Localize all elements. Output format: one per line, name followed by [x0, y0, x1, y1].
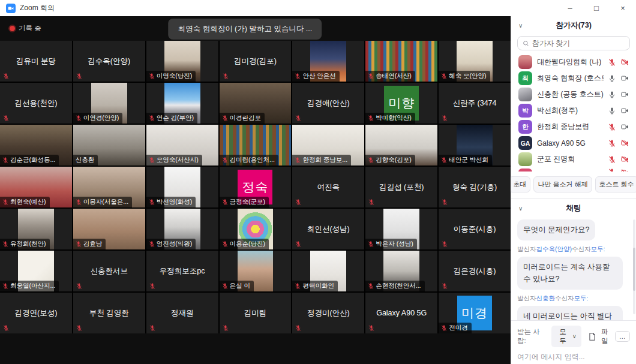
chat-collapse-chevron-icon[interactable]: ∨	[518, 205, 523, 212]
tile-label: 김순금(화성동...	[0, 155, 59, 166]
participant-row[interactable]: 한한정희 중남보령	[511, 119, 636, 135]
video-tile[interactable]: 은실 이	[220, 251, 292, 291]
video-tile[interactable]: 오영숙(서산시)	[146, 125, 218, 166]
participant-name: 연순 김(부안)	[157, 114, 194, 122]
video-tile[interactable]: 박은자 (성남)	[365, 209, 437, 249]
video-tile[interactable]: Galaxy A90 5G	[365, 293, 437, 333]
invite-button[interactable]: 초대	[509, 176, 530, 192]
participant-row[interactable]: 신충환 (공동 호스트)	[511, 86, 636, 103]
video-tile[interactable]: 혜숙 오(안양)	[439, 41, 511, 82]
participant-name: 군포 진명회	[537, 154, 604, 164]
minimize-button[interactable]: –	[557, 0, 583, 16]
participant-name: 전미경	[449, 324, 468, 332]
video-tile[interactable]: 부천 김영환	[73, 293, 145, 333]
video-tile[interactable]: 신란주 (3474	[439, 83, 511, 124]
video-tile[interactable]: 미향박미향(익산)	[365, 83, 437, 124]
video-tile[interactable]: 엄진성(의왕)	[146, 209, 218, 249]
tile-label: 태안군 박선희	[439, 155, 492, 166]
unmute-self-button[interactable]: 나만 음소거 해제	[533, 176, 592, 192]
video-tile[interactable]: 연순 김(부안)	[146, 83, 218, 124]
participant-row[interactable]	[511, 167, 636, 172]
video-tile[interactable]: 태안군 박선희	[439, 125, 511, 166]
participant-name: Galaxy A90 5G	[365, 293, 437, 333]
video-tile[interactable]: 이연경(안양)	[73, 83, 145, 124]
video-tile[interactable]: 김미림(용인처...	[220, 125, 292, 166]
tile-label: 혜숙 오(안양)	[439, 71, 490, 82]
zoom-app-icon	[6, 4, 16, 13]
chat-message-input[interactable]	[517, 353, 630, 361]
participant-name: 김미경(김포)	[220, 41, 292, 82]
video-tile[interactable]: 이몽자(서울은...	[73, 167, 145, 207]
video-tile[interactable]: 이용순(당진)	[220, 209, 292, 249]
participant-name: 손현정(천안서...	[376, 282, 421, 290]
participant-name: Galaxy A90 5G	[537, 139, 604, 148]
participant-row[interactable]: GAGalaxy A90 5G	[511, 135, 636, 151]
video-tile[interactable]: 평택이화인	[292, 251, 364, 291]
video-tile[interactable]: 유정희(천안)	[0, 209, 72, 249]
video-tile[interactable]: 우정희보조pc	[146, 251, 218, 291]
video-tile[interactable]: 김유미 분당	[0, 41, 72, 82]
video-tile[interactable]: 형숙 김(기흥)	[439, 167, 511, 207]
video-tile[interactable]: 김향숙(김포)	[365, 125, 437, 166]
avatar	[518, 88, 532, 101]
video-tile[interactable]: 한정희 중남보...	[292, 125, 364, 166]
reclaim-host-button[interactable]: 호스트 회수	[595, 176, 636, 192]
video-tile[interactable]: 정숙금정숙(군포)	[220, 167, 292, 207]
muted-mic-icon	[222, 115, 228, 121]
muted-mic-icon	[295, 115, 301, 121]
video-tile[interactable]: 박선영(화성)	[146, 167, 218, 207]
window-title: Zoom 회의	[20, 3, 55, 13]
video-tile[interactable]: 정재원	[146, 293, 218, 333]
video-tile[interactable]: 미경전미경	[439, 293, 511, 333]
chat-more-button[interactable]: …	[615, 331, 630, 342]
participant-row[interactable]: 대한웰다잉협회 (나)	[511, 54, 636, 70]
tile-label: 이용순(당진)	[220, 239, 269, 249]
participant-list: 대한웰다잉협회 (나)최최영숙 협회장 (호스트)신충환 (공동 호스트)박박선…	[511, 54, 636, 172]
video-tile[interactable]: 김경연(보성)	[0, 293, 72, 333]
recording-dot-icon	[10, 26, 15, 31]
maximize-button[interactable]: □	[583, 0, 610, 16]
recipient-dropdown[interactable]: 모두 ∨	[551, 326, 581, 347]
video-tile[interactable]: 김수옥(안양)	[73, 41, 145, 82]
video-tile[interactable]: 김선용(천안)	[0, 83, 72, 124]
video-tile[interactable]: 신충환서브	[73, 251, 145, 291]
video-tile[interactable]: 김순금(화성동...	[0, 125, 72, 166]
video-tile[interactable]: 이경란김포	[220, 83, 292, 124]
video-tile[interactable]: 김미림	[220, 293, 292, 333]
participant-row[interactable]: 박박선희(청주)	[511, 103, 636, 119]
video-tile[interactable]: 김경애(안산)	[292, 83, 364, 124]
tile-label: 최현숙(예산)	[0, 197, 50, 207]
search-input[interactable]	[532, 39, 625, 47]
video-tile[interactable]: 김은경(시흥)	[439, 251, 511, 291]
chat-scrollbar[interactable]	[633, 219, 635, 314]
file-attach-button[interactable]: 파일	[589, 327, 611, 345]
video-tile[interactable]: 여진옥	[292, 167, 364, 207]
participant-name: 박선희(청주)	[537, 106, 604, 116]
video-tile[interactable]: 최현숙(예산)	[0, 167, 72, 207]
video-tile[interactable]: 이명숙(당진)	[146, 41, 218, 82]
video-tile[interactable]: 이동준(시흥)	[439, 209, 511, 249]
video-tile[interactable]: 김미경(김포)	[220, 41, 292, 82]
meta-label: 발신자	[517, 294, 536, 302]
video-tile[interactable]: 안산 안은선	[292, 41, 364, 82]
participant-name: 박선영(화성)	[157, 198, 193, 206]
recording-indicator[interactable]: 기록 중	[10, 24, 41, 33]
participant-row[interactable]: 군포 진명회	[511, 151, 636, 167]
participants-collapse-chevron-icon[interactable]: ∨	[518, 22, 523, 29]
muted-mic-icon	[368, 325, 374, 331]
chevron-down-icon: ∨	[572, 333, 577, 339]
video-tile[interactable]: 김효남	[73, 209, 145, 249]
participant-name: 신충환 (공동 호스트)	[537, 89, 604, 100]
close-button[interactable]: ×	[610, 0, 636, 16]
video-tile[interactable]: 신충환	[73, 125, 145, 166]
video-tile[interactable]: 정경미(안산)	[292, 293, 364, 333]
chat-message-meta: 발신자김수옥(안양)수신자모두:	[517, 245, 629, 254]
video-tile[interactable]: 송태연(서산)	[365, 41, 437, 82]
video-tile[interactable]: 김길섭 (포천)	[365, 167, 437, 207]
video-tile[interactable]: 최웅열(아산지...	[0, 251, 72, 291]
video-tile[interactable]: 손현정(천안서...	[365, 251, 437, 291]
chat-compose-row: 받는 사람: 모두 ∨ 파일 …	[517, 326, 630, 347]
muted-mic-icon	[368, 73, 374, 79]
participant-row[interactable]: 최최영숙 협회장 (호스트)	[511, 70, 636, 86]
video-tile[interactable]: 최인선(성남)	[292, 209, 364, 249]
